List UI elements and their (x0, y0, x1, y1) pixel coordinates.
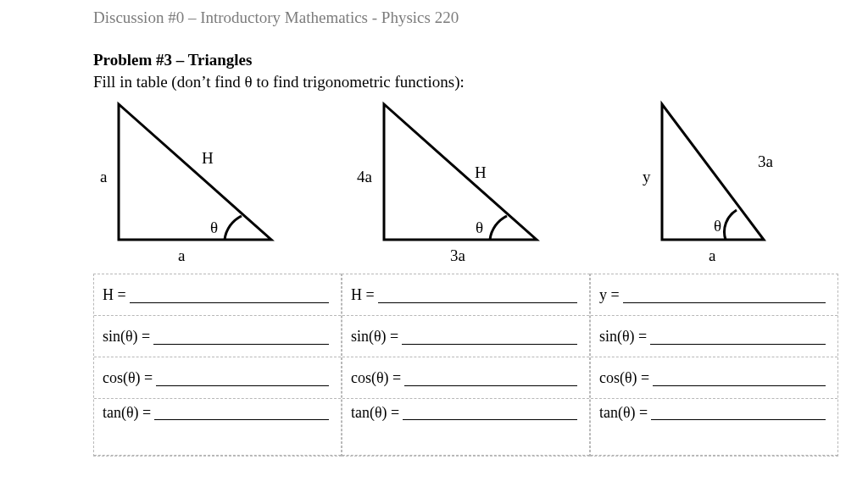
problem-title: Problem #3 – Triangles (93, 51, 868, 69)
answer-table-1: H = sin(θ) = cos(θ) = tan(θ) = (93, 274, 342, 456)
triangle-3-svg (641, 100, 810, 261)
answer-blank[interactable] (153, 329, 329, 345)
row-label: cos(θ) = (351, 369, 401, 387)
row-label: cos(θ) = (599, 369, 649, 387)
triangle-3-base-label: a (709, 246, 715, 265)
row-label: H = (351, 286, 375, 304)
row-label: tan(θ) = (599, 404, 648, 422)
row-label: sin(θ) = (103, 328, 150, 346)
triangle-1-vertical-label: a (100, 168, 107, 186)
triangle-2-svg (363, 100, 558, 261)
table-row: sin(θ) = (591, 316, 837, 357)
table-row: tan(θ) = (94, 399, 341, 456)
table-row: tan(θ) = (591, 399, 837, 456)
svg-marker-2 (662, 104, 764, 240)
triangle-3-hypotenuse-label: 3a (758, 152, 773, 171)
answer-blank[interactable] (378, 287, 577, 303)
table-row: H = (94, 274, 341, 316)
answer-blank[interactable] (623, 287, 826, 303)
answer-blank[interactable] (402, 329, 577, 345)
answer-blank[interactable] (156, 370, 329, 386)
row-label: cos(θ) = (103, 369, 153, 387)
table-row: sin(θ) = (94, 316, 341, 357)
triangle-3-vertical-label: y (643, 168, 651, 186)
answer-blank[interactable] (154, 404, 329, 420)
column-3: y 3a θ a y = sin(θ) = cos(θ) = (590, 100, 838, 456)
triangle-2-angle-label: θ (476, 219, 483, 237)
instruction-text: Fill in table (don’t find θ to find trig… (93, 73, 868, 91)
svg-marker-0 (119, 104, 271, 240)
figure-triangle-1: a H θ a (93, 100, 342, 274)
svg-marker-1 (384, 104, 537, 240)
table-row: H = (342, 274, 589, 316)
triangle-3-angle-label: θ (714, 217, 721, 235)
answer-blank[interactable] (650, 329, 826, 345)
answer-table-3: y = sin(θ) = cos(θ) = tan(θ) = (590, 274, 838, 456)
column-1: a H θ a H = sin(θ) = cos(θ) = (93, 100, 342, 456)
answer-blank[interactable] (403, 404, 577, 420)
answer-blank[interactable] (404, 370, 577, 386)
triangle-1-svg (97, 100, 292, 261)
page-header: Discussion #0 – Introductory Mathematics… (93, 8, 868, 27)
table-row: cos(θ) = (94, 357, 341, 399)
table-row: cos(θ) = (342, 357, 589, 399)
triangle-2-base-label: 3a (450, 246, 465, 265)
table-row: y = (591, 274, 837, 316)
triangle-1-hypotenuse-label: H (202, 149, 214, 168)
table-row: tan(θ) = (342, 399, 589, 456)
answer-blank[interactable] (653, 370, 826, 386)
table-row: cos(θ) = (591, 357, 837, 399)
column-2: 4a H θ 3a H = sin(θ) = cos(θ) = (342, 100, 590, 456)
triangle-2-hypotenuse-label: H (475, 163, 487, 182)
row-label: tan(θ) = (351, 404, 399, 422)
answer-blank[interactable] (130, 287, 329, 303)
row-label: y = (599, 286, 620, 304)
figure-triangle-2: 4a H θ 3a (342, 100, 590, 274)
triangle-2-vertical-label: 4a (357, 168, 372, 186)
row-label: H = (103, 286, 126, 304)
triangle-1-base-label: a (178, 246, 185, 265)
answer-blank[interactable] (651, 404, 826, 420)
row-label: sin(θ) = (351, 328, 398, 346)
table-row: sin(θ) = (342, 316, 589, 357)
figure-triangle-3: y 3a θ a (590, 100, 838, 274)
row-label: sin(θ) = (599, 328, 647, 346)
row-label: tan(θ) = (103, 404, 151, 422)
triangle-1-angle-label: θ (210, 219, 218, 237)
answer-table-2: H = sin(θ) = cos(θ) = tan(θ) = (342, 274, 590, 456)
